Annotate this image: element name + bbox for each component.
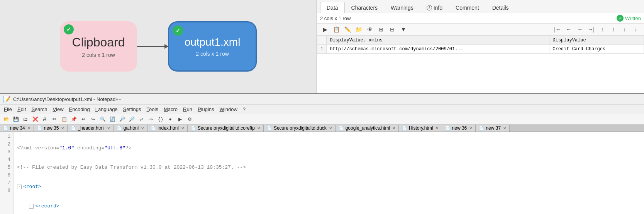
doc-tab-label-10: new 36 bbox=[452, 125, 467, 131]
nav-down2[interactable]: ↓ bbox=[631, 25, 641, 34]
np-undo[interactable]: ↩ bbox=[79, 115, 88, 123]
filter-button[interactable]: ▼ bbox=[398, 25, 408, 34]
np-replace[interactable]: 🔄 bbox=[108, 115, 117, 123]
menu-language[interactable]: Language bbox=[93, 106, 120, 113]
doc-tab-history[interactable]: 📄 History.html ✕ bbox=[399, 125, 442, 132]
nav-prev[interactable]: ← bbox=[564, 25, 574, 34]
np-wordwrap[interactable]: ⇌ bbox=[137, 115, 146, 123]
nav-up2[interactable]: ↑ bbox=[608, 25, 619, 34]
tab-details[interactable]: Details bbox=[486, 2, 515, 13]
tab-data[interactable]: Data bbox=[320, 2, 345, 13]
np-syntax[interactable]: { } bbox=[156, 115, 165, 123]
menu-macro[interactable]: Macro bbox=[161, 106, 180, 113]
menu-file[interactable]: File bbox=[2, 106, 14, 113]
doc-tab-close-10[interactable]: ✕ bbox=[469, 126, 472, 130]
doc-tab-close-7[interactable]: ✕ bbox=[329, 126, 332, 130]
folder-button[interactable]: 📁 bbox=[354, 25, 364, 34]
np-redo[interactable]: ↪ bbox=[88, 115, 98, 123]
code-content[interactable]: <?xml version="1.0" encoding="UTF-8"?> <… bbox=[14, 132, 644, 214]
copy-button[interactable]: 📋 bbox=[331, 25, 341, 34]
doc-tab-index[interactable]: 📄 index.html ✕ bbox=[147, 125, 188, 132]
doc-tab-close-9[interactable]: ✕ bbox=[436, 126, 439, 130]
nav-first[interactable]: |← bbox=[552, 25, 563, 34]
menu-tools[interactable]: Tools bbox=[144, 106, 161, 113]
tab-info-label: Info bbox=[434, 5, 442, 11]
code-line-4: -<record> bbox=[17, 202, 641, 210]
doc-tab-new36[interactable]: 📄 new 36 ✕ bbox=[442, 125, 476, 132]
nav-down[interactable]: ↓ bbox=[620, 25, 630, 34]
menu-window[interactable]: Window bbox=[217, 106, 240, 113]
np-open[interactable]: 📂 bbox=[2, 115, 11, 123]
table-button[interactable]: ⊟ bbox=[387, 25, 397, 34]
np-print[interactable]: 🖨 bbox=[40, 115, 49, 123]
menu-edit[interactable]: Edit bbox=[15, 106, 28, 113]
menu-run[interactable]: Run bbox=[181, 106, 195, 113]
doc-tab-coreftp[interactable]: 📄 Secure oryxdigitalltd.coreftp ✕ bbox=[188, 125, 264, 132]
nav-up[interactable]: ↑ bbox=[597, 25, 607, 34]
tab-warnings[interactable]: Warnings bbox=[384, 2, 420, 13]
np-save-all[interactable]: 🗂 bbox=[21, 115, 30, 123]
doc-tab-new35[interactable]: 📄 new 35 ✕ bbox=[34, 125, 68, 132]
doc-tab-close-1[interactable]: ✕ bbox=[27, 126, 31, 130]
doc-tab-label-11: new 37 bbox=[486, 125, 501, 131]
doc-tab-close-6[interactable]: ✕ bbox=[257, 126, 260, 130]
np-zoom-in[interactable]: 🔎 bbox=[117, 115, 127, 123]
np-cut[interactable]: ✂ bbox=[50, 115, 59, 123]
doc-tab-close-8[interactable]: ✕ bbox=[392, 126, 395, 130]
np-find[interactable]: 🔍 bbox=[98, 115, 107, 123]
doc-tab-new37[interactable]: 📄 new 37 ✕ bbox=[476, 125, 510, 132]
np-paste[interactable]: 📌 bbox=[69, 115, 78, 123]
doc-tab-ga2[interactable]: 📄 google_analytics.html ✕ bbox=[336, 125, 399, 132]
output-node[interactable]: ✓ output1.xml 2 cols x 1 row bbox=[168, 21, 257, 72]
cell-xmlns: http://schemas.microsoft.com/dynamics/20… bbox=[327, 45, 549, 54]
doc-tab-close-5[interactable]: ✕ bbox=[181, 126, 184, 130]
menu-settings[interactable]: Settings bbox=[121, 106, 144, 113]
np-run[interactable]: ▶ bbox=[175, 115, 185, 123]
np-zoom-out[interactable]: 🔎 bbox=[127, 115, 136, 123]
clipboard-node-title: Clipboard bbox=[72, 35, 125, 50]
document-tabs-bar: 📄 new 34 ✕ 📄 new 35 ✕ 📄 _header.html ✕ 📄… bbox=[0, 125, 644, 132]
np-save[interactable]: 💾 bbox=[11, 115, 20, 123]
code-line-1: <?xml version="1.0" encoding="UTF-8"?> bbox=[17, 144, 641, 152]
np-indent[interactable]: ⇒ bbox=[146, 115, 156, 123]
doc-tab-icon-8: 📄 bbox=[339, 126, 344, 131]
doc-tab-header[interactable]: 📄 _header.html ✕ bbox=[68, 125, 113, 132]
np-plugin[interactable]: ⚙ bbox=[185, 115, 194, 123]
doc-tab-ga[interactable]: 📄 ga.html ✕ bbox=[114, 125, 147, 132]
code-editor[interactable]: 1 2 3 4 5 6 7 8 <?xml version="1.0" enco… bbox=[0, 132, 644, 214]
np-close[interactable]: ❌ bbox=[31, 115, 40, 123]
edit-button[interactable]: ✏️ bbox=[342, 25, 353, 34]
doc-tab-duck[interactable]: 📄 Secure oryxdigitalltd.duck ✕ bbox=[264, 125, 336, 132]
grid-button[interactable]: ⊞ bbox=[376, 25, 386, 34]
doc-tab-icon-11: 📄 bbox=[479, 126, 484, 131]
tab-info[interactable]: i Info bbox=[420, 2, 449, 13]
tab-comment[interactable]: Comment bbox=[449, 2, 486, 13]
clipboard-node[interactable]: ✓ Clipboard 2 cols x 1 row bbox=[60, 21, 137, 72]
eye-button[interactable]: 👁 bbox=[365, 25, 375, 34]
np-macro[interactable]: ● bbox=[166, 115, 175, 123]
fold-record[interactable]: - bbox=[29, 204, 34, 209]
output-node-subtitle: 2 cols x 1 row bbox=[196, 51, 229, 57]
doc-tab-icon-10: 📄 bbox=[445, 126, 451, 131]
doc-tab-new34[interactable]: 📄 new 34 ✕ bbox=[0, 125, 34, 132]
menu-view[interactable]: View bbox=[51, 106, 66, 113]
doc-tab-close-2[interactable]: ✕ bbox=[61, 126, 64, 130]
np-copy[interactable]: 📋 bbox=[59, 115, 69, 123]
doc-tab-close-11[interactable]: ✕ bbox=[503, 126, 506, 130]
notepad-titlebar: 📝 C:\Users\andy\Desktop\output1.xml - No… bbox=[0, 94, 644, 105]
nav-next[interactable]: → bbox=[575, 25, 585, 34]
col-rownum bbox=[317, 36, 327, 45]
menu-encoding[interactable]: Encoding bbox=[67, 106, 92, 113]
menu-help[interactable]: ? bbox=[241, 106, 248, 113]
doc-tab-close-4[interactable]: ✕ bbox=[141, 126, 144, 130]
doc-tab-close-3[interactable]: ✕ bbox=[107, 126, 110, 130]
tab-characters[interactable]: Characters bbox=[345, 2, 384, 13]
play-button[interactable]: ▶ bbox=[320, 25, 330, 34]
nav-last[interactable]: →| bbox=[586, 25, 596, 34]
menu-search[interactable]: Search bbox=[29, 106, 49, 113]
flow-arrow bbox=[137, 46, 168, 47]
fold-root[interactable]: - bbox=[17, 185, 22, 189]
doc-tab-icon-3: 📄 bbox=[71, 126, 76, 131]
doc-tab-label-3: _header.html bbox=[78, 125, 104, 131]
menu-plugins[interactable]: Plugins bbox=[195, 106, 217, 113]
